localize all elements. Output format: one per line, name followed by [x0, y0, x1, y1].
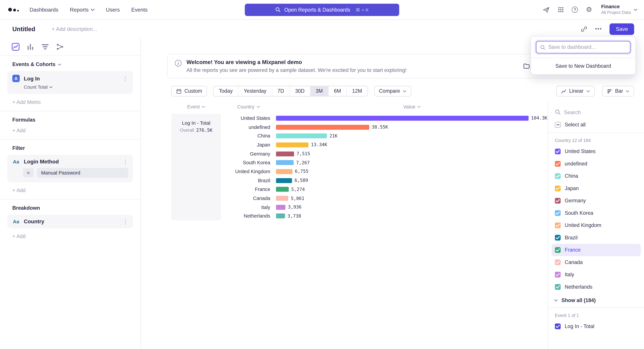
- time-option-6m[interactable]: 6M: [328, 86, 346, 96]
- bar-undefined[interactable]: [276, 125, 369, 129]
- report-title[interactable]: Untitled: [12, 25, 35, 32]
- bar-value: 3,738: [288, 213, 301, 219]
- add-formula-button[interactable]: + Add: [12, 128, 26, 133]
- filter-value-chip[interactable]: Manual Password: [37, 168, 128, 178]
- checked-checkbox[interactable]: [555, 324, 561, 329]
- checked-checkbox[interactable]: [555, 210, 561, 216]
- checked-checkbox[interactable]: [555, 247, 561, 253]
- breakdown-property-name[interactable]: Country: [24, 218, 118, 225]
- legend-item-undefined[interactable]: undefined: [552, 158, 641, 170]
- show-all-button[interactable]: Show all (184): [548, 293, 644, 308]
- bar-south-korea[interactable]: [276, 160, 294, 165]
- metric-card[interactable]: A Log In ⋮ Count Total: [8, 71, 133, 94]
- indeterminate-checkbox[interactable]: [555, 122, 561, 128]
- checked-checkbox[interactable]: [555, 149, 561, 154]
- project-selector[interactable]: Finance All Project Data: [601, 4, 637, 15]
- chart-type-selector-button[interactable]: Bar: [602, 86, 634, 96]
- nav-reports[interactable]: Reports: [70, 6, 94, 13]
- checked-checkbox[interactable]: [555, 284, 561, 290]
- add-description[interactable]: + Add description...: [52, 26, 97, 32]
- bar-chart-tab[interactable]: [26, 43, 34, 51]
- apps-grid-icon[interactable]: [558, 6, 564, 13]
- funnel-chart-tab[interactable]: [41, 43, 49, 51]
- mixpanel-logo-icon[interactable]: [8, 8, 19, 11]
- time-option-3m[interactable]: 3M: [310, 86, 328, 96]
- legend-item-brazil[interactable]: Brazil: [552, 232, 641, 244]
- filter-card[interactable]: Aa Login Method ⋮ = Manual Password: [8, 155, 133, 182]
- checked-checkbox[interactable]: [555, 173, 561, 179]
- time-option-7d[interactable]: 7D: [272, 86, 289, 96]
- legend-item-united-states[interactable]: United States: [552, 145, 641, 158]
- checked-checkbox[interactable]: [555, 272, 561, 277]
- time-option-yesterday[interactable]: Yesterday: [238, 86, 272, 96]
- save-dashboard-input[interactable]: [548, 44, 626, 50]
- settings-gear-icon[interactable]: ⚙: [586, 6, 592, 13]
- checked-checkbox[interactable]: [555, 222, 561, 228]
- event-column-header[interactable]: Event: [171, 104, 221, 110]
- more-options-icon[interactable]: ⋯: [595, 25, 602, 33]
- banner-subtitle: All the reports you see are powered by a…: [186, 67, 406, 73]
- nav-dashboards[interactable]: Dashboards: [30, 6, 58, 13]
- checked-checkbox[interactable]: [555, 198, 561, 204]
- checked-checkbox[interactable]: [555, 186, 561, 191]
- select-all-row[interactable]: Select all: [548, 119, 644, 133]
- custom-date-range-button[interactable]: Custom: [171, 86, 207, 96]
- kebab-menu-icon[interactable]: ⋮: [122, 76, 128, 81]
- save-to-dashboard-popup: Save to New Dashboard: [531, 36, 636, 75]
- legend-search-input[interactable]: [564, 109, 637, 115]
- legend-item-germany[interactable]: Germany: [552, 195, 641, 207]
- kebab-menu-icon[interactable]: ⋮: [122, 219, 128, 224]
- checked-checkbox[interactable]: [555, 260, 561, 265]
- event-legend-list: Log In - Total: [548, 320, 644, 333]
- legend-item-united-kingdom[interactable]: United Kingdom: [552, 219, 641, 232]
- filter-operator-chip[interactable]: =: [23, 168, 34, 177]
- legend-item-canada[interactable]: Canada: [552, 256, 641, 268]
- add-metric-button[interactable]: + Add Metric: [12, 99, 41, 105]
- bar-united-states[interactable]: [276, 116, 528, 120]
- chart-row-china: China21K: [221, 132, 548, 140]
- checked-checkbox[interactable]: [555, 235, 561, 241]
- nav-users[interactable]: Users: [106, 6, 120, 13]
- kebab-menu-icon[interactable]: ⋮: [122, 159, 128, 164]
- legend-item-south-korea[interactable]: South Korea: [552, 207, 641, 219]
- time-option-today[interactable]: Today: [214, 86, 238, 96]
- event-name[interactable]: Log In: [24, 75, 118, 81]
- time-option-30d[interactable]: 30D: [289, 86, 310, 96]
- legend-item-japan[interactable]: Japan: [552, 182, 641, 194]
- bar-canada[interactable]: [276, 196, 288, 201]
- legend-item-netherlands[interactable]: Netherlands: [552, 281, 641, 293]
- legend-item-italy[interactable]: Italy: [552, 269, 641, 281]
- share-feedback-icon[interactable]: [543, 6, 550, 13]
- add-filter-button[interactable]: + Add: [12, 188, 26, 193]
- bar-germany[interactable]: [276, 151, 294, 156]
- copy-link-icon[interactable]: [581, 26, 588, 32]
- insights-chart-tab[interactable]: [12, 43, 20, 51]
- add-breakdown-button[interactable]: + Add: [12, 234, 26, 239]
- checked-checkbox[interactable]: [555, 161, 561, 167]
- value-column-header[interactable]: Value: [276, 104, 548, 110]
- bar-china[interactable]: [276, 133, 327, 138]
- bar-netherlands[interactable]: [276, 214, 285, 218]
- bar-italy[interactable]: [276, 205, 286, 210]
- legend-item-china[interactable]: China: [552, 170, 641, 182]
- filter-property-name[interactable]: Login Method: [24, 158, 118, 165]
- events-heading[interactable]: Events & Cohorts: [12, 61, 128, 67]
- bar-united-kingdom[interactable]: [276, 169, 292, 174]
- country-column-header[interactable]: Country: [221, 104, 276, 110]
- save-to-new-dashboard-option[interactable]: Save to New Dashboard: [531, 58, 636, 74]
- legend-item-france[interactable]: France: [552, 244, 641, 256]
- flows-chart-tab[interactable]: [56, 43, 64, 51]
- global-search-button[interactable]: Open Reports & Dashboards ⌘ + K: [245, 3, 399, 16]
- compare-button[interactable]: Compare: [374, 86, 411, 96]
- save-button[interactable]: Save: [610, 23, 634, 35]
- aggregation-selector[interactable]: Count Total: [24, 84, 128, 89]
- breakdown-card[interactable]: Aa Country ⋮: [8, 215, 133, 228]
- time-option-12m[interactable]: 12M: [346, 86, 368, 96]
- bar-brazil[interactable]: [276, 178, 292, 183]
- bar-japan[interactable]: [276, 142, 308, 147]
- legend-item-log-in-total[interactable]: Log In - Total: [552, 320, 641, 333]
- scale-selector-button[interactable]: Linear: [556, 86, 594, 96]
- help-icon[interactable]: ?: [572, 6, 578, 13]
- nav-events[interactable]: Events: [131, 6, 148, 13]
- bar-france[interactable]: [276, 187, 289, 192]
